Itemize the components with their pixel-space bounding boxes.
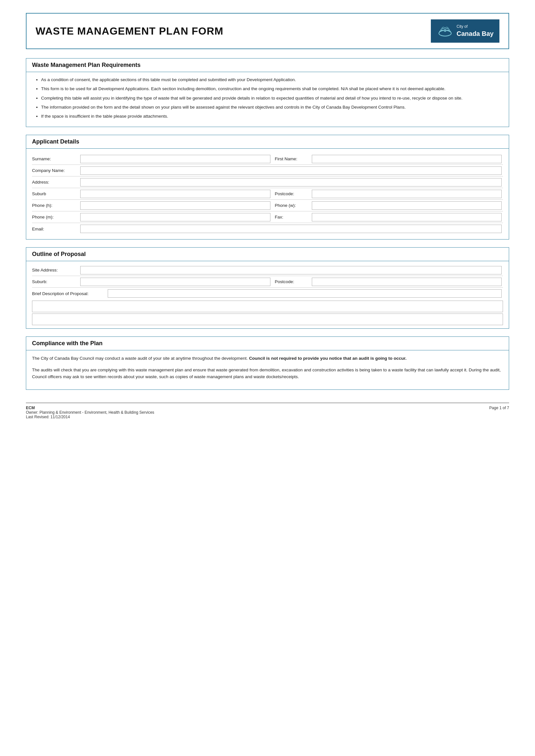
brief-desc-input-wrap [106,288,503,299]
requirements-list: As a condition of consent, the applicabl… [32,77,503,120]
brief-desc-row: Brief Description of Proposal: [32,288,503,299]
applicant-heading: Applicant Details [32,138,503,145]
site-address-label: Site Address: [32,266,79,274]
logo: City of Canada Bay [431,19,500,43]
postcode-input-wrap [311,188,503,200]
outline-section: Outline of Proposal Site Address: Suburb… [26,247,509,329]
extra-row-2 [32,313,503,325]
fax-input-wrap [311,212,503,223]
header: WASTE MANAGEMENT PLAN FORM City of Canad… [26,13,509,49]
phone-h-row: Phone (h): Phone (w): [32,200,503,211]
outline-suburb-input[interactable] [80,278,270,286]
phone-w-input-wrap [311,200,503,211]
phone-h-input[interactable] [80,202,270,210]
suburb-input[interactable] [80,190,270,198]
list-item: As a condition of consent, the applicabl… [41,77,503,83]
address-label: Address: [32,178,79,186]
phone-w-label: Phone (w): [272,201,311,210]
outline-postcode-label: Postcode: [272,277,311,286]
footer-owner: Owner: Planning & Environment - Environm… [26,410,154,415]
applicant-header: Applicant Details [26,135,509,149]
phone-w-input[interactable] [312,202,502,210]
first-name-input-wrap [311,153,503,165]
compliance-heading: Compliance with the Plan [32,340,503,347]
phone-h-input-wrap [79,200,272,211]
outline-suburb-input-wrap [79,276,272,287]
outline-heading: Outline of Proposal [32,251,503,257]
compliance-body: The City of Canada Bay Council may condu… [26,350,509,390]
compliance-section: Compliance with the Plan The City of Can… [26,337,509,390]
company-name-input-wrap [79,165,503,176]
footer-right: Page 1 of 7 [490,406,509,410]
surname-input-wrap [79,153,272,165]
footer-page: Page 1 of 7 [490,406,509,410]
footer-left: ECM Owner: Planning & Environment - Envi… [26,406,154,419]
phone-m-input[interactable] [80,213,270,221]
outline-suburb-label: Suburb: [32,277,79,286]
footer-ecm: ECM [26,406,154,410]
footer-last-revised: Last Revised: 11/12/2014 [26,415,154,419]
applicant-section: Applicant Details Surname: First Name: C… [26,135,509,239]
fax-label: Fax: [272,213,311,221]
outline-suburb-row: Suburb: Postcode: [32,276,503,288]
surname-row: Surname: First Name: [32,153,503,165]
compliance-para2: The audits will check that you are compl… [32,366,503,380]
site-address-row: Site Address: [32,264,503,276]
address-row: Address: [32,176,503,188]
requirements-body: As a condition of consent, the applicabl… [26,72,509,127]
first-name-label: First Name: [272,154,311,163]
outline-body: Site Address: Suburb: Postcode: Brief De… [26,261,509,328]
list-item: The information provided on the form and… [41,104,503,111]
compliance-para1-text: The City of Canada Bay Council may condu… [32,356,249,361]
company-name-label: Company Name: [32,166,79,175]
first-name-input[interactable] [312,155,502,163]
list-item: If the space is insufficient in the tabl… [41,113,503,120]
surname-label: Surname: [32,154,79,163]
list-item: Completing this table will assist you in… [41,95,503,101]
logo-canada-bay: Canada Bay [457,29,494,38]
address-input-wrap [79,177,503,188]
email-label: Email: [32,225,79,233]
suburb-input-wrap [79,188,272,200]
phone-m-label: Phone (m): [32,213,79,221]
extra-row-1 [32,301,503,312]
compliance-header: Compliance with the Plan [26,337,509,350]
email-input-wrap [79,223,503,234]
page-title: WASTE MANAGEMENT PLAN FORM [36,25,223,37]
company-row: Company Name: [32,165,503,176]
postcode-label: Postcode: [272,189,311,198]
surname-input[interactable] [80,155,270,163]
outline-header: Outline of Proposal [26,248,509,261]
brief-desc-label: Brief Description of Proposal: [32,289,106,298]
logo-city-of: City of [457,24,494,29]
outline-postcode-input[interactable] [312,278,502,286]
list-item: This form is to be used for all Developm… [41,86,503,92]
logo-text: City of Canada Bay [457,24,494,38]
email-row: Email: [32,223,503,235]
phone-m-input-wrap [79,212,272,223]
outline-postcode-input-wrap [311,276,503,287]
site-address-input[interactable] [80,266,502,274]
compliance-para1: The City of Canada Bay Council may condu… [32,355,503,362]
address-input[interactable] [80,178,502,186]
site-address-input-wrap [79,265,503,276]
email-input[interactable] [80,225,502,233]
requirements-header: Waste Management Plan Requirements [26,59,509,72]
footer: ECM Owner: Planning & Environment - Envi… [26,403,509,419]
company-name-input[interactable] [80,167,502,175]
requirements-heading: Waste Management Plan Requirements [32,62,503,68]
canada-bay-logo-icon [437,23,454,40]
compliance-para1-bold: Council is not required to provide you n… [249,356,407,361]
phone-h-label: Phone (h): [32,201,79,210]
suburb-label: Suburb [32,189,79,198]
phone-m-row: Phone (m): Fax: [32,211,503,223]
brief-desc-input[interactable] [108,289,502,298]
requirements-section: Waste Management Plan Requirements As a … [26,58,509,127]
suburb-row: Suburb Postcode: [32,188,503,200]
postcode-input[interactable] [312,190,502,198]
fax-input[interactable] [312,213,502,221]
applicant-body: Surname: First Name: Company Name: Addre… [26,149,509,239]
